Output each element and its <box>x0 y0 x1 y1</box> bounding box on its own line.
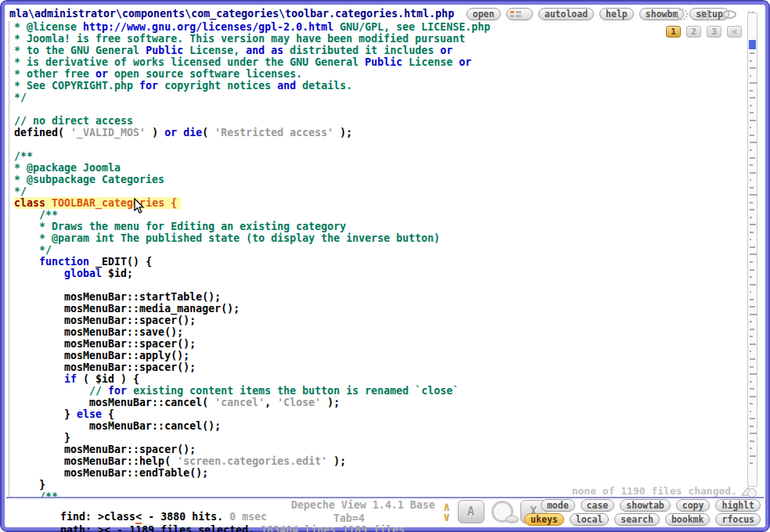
code-line-8[interactable] <box>9 103 747 115</box>
minimap-tick <box>750 112 754 113</box>
code-line-36[interactable]: } <box>9 432 747 444</box>
ukeys-button[interactable]: ukeys <box>524 513 564 526</box>
code-line-17[interactable]: /** <box>9 209 747 221</box>
code-line-34[interactable]: } else { <box>9 408 747 420</box>
code-line-22[interactable]: global $id; <box>9 268 747 279</box>
bookmk-button[interactable]: bookmk <box>665 513 711 526</box>
minimap-tick <box>750 373 757 375</box>
code-line-24[interactable]: mosMenuBar::startTable(); <box>9 291 747 303</box>
code-line-37[interactable]: mosMenuBar::spacer(); <box>9 444 747 455</box>
code-line-30[interactable]: mosMenuBar::spacer(); <box>9 361 747 373</box>
code-line-5[interactable]: * other free or open source software lic… <box>9 68 747 80</box>
path-term[interactable]: >< <box>98 524 110 532</box>
history-icon[interactable]: () <box>699 9 711 20</box>
minimap-tick <box>750 120 756 121</box>
minimap-tick <box>750 224 756 225</box>
code-line-13[interactable]: * @package Joomla <box>9 162 747 174</box>
minimap-tick <box>750 299 754 300</box>
code-line-3[interactable]: * to the GNU General Public License, and… <box>9 45 747 56</box>
code-line-31[interactable]: if ( $id ) { <box>9 373 747 385</box>
help-button[interactable]: help <box>599 8 634 20</box>
code-line-1[interactable]: * @license http://www.gnu.org/licenses/g… <box>9 21 747 33</box>
minimap-tick <box>750 52 754 54</box>
code-line-12[interactable]: /** <box>9 150 747 162</box>
code-line-18[interactable]: * Draws the menu for Editing an existing… <box>9 221 747 232</box>
minimize-icon[interactable] <box>722 10 736 19</box>
minimap-tick <box>750 403 753 404</box>
code-line-2[interactable]: * Joomla! is free software. This version… <box>9 33 747 45</box>
code-line-7[interactable]: */ <box>9 92 747 103</box>
minimap-tick <box>750 433 757 434</box>
minimap-tick <box>750 455 756 457</box>
code-line-14[interactable]: * @subpackage Categories <box>9 174 747 185</box>
minimap-tick <box>750 388 754 390</box>
code-line-32[interactable]: // for existing content items the button… <box>9 385 747 397</box>
minimap-tick <box>750 187 754 189</box>
open-button[interactable]: open <box>466 8 501 20</box>
path-stats: 183404 lines 1189 files <box>261 524 405 532</box>
code-line-29[interactable]: mosMenuBar::apply(); <box>9 350 747 361</box>
code-line-39[interactable]: mosMenuBar::endTable(); <box>9 467 747 479</box>
minimap-tick <box>750 306 755 307</box>
busy-icon[interactable] <box>676 9 688 20</box>
minimap-tick <box>750 253 757 255</box>
code-line-9[interactable]: // no direct access <box>9 115 747 127</box>
minimap-tick <box>750 358 755 360</box>
showtab-button[interactable]: showtab <box>620 499 670 512</box>
copy-button[interactable]: copy <box>676 499 711 512</box>
code-line-11[interactable] <box>9 138 747 150</box>
code-line-6[interactable]: * See COPYRIGHT.php for copyright notice… <box>9 80 747 92</box>
minimap-tick <box>750 396 756 397</box>
mode-button[interactable]: mode <box>541 499 575 512</box>
code-line-33[interactable]: mosMenuBar::cancel( 'cancel', 'Close' ); <box>9 397 747 408</box>
minimap-tick <box>750 157 755 159</box>
minimap-tick <box>750 418 755 419</box>
tab-size-info: Tab=4 <box>333 512 365 524</box>
minimap-tick <box>750 336 753 337</box>
code-line-19[interactable]: * @param int The published state (to dis… <box>9 232 747 244</box>
highlt-button[interactable]: highlt <box>715 499 761 512</box>
window-content: mla\administrator\components\com_categor… <box>6 6 764 526</box>
changed-note: none of 1190 files changed. <box>572 485 753 497</box>
code-line-38[interactable]: mosMenuBar::help( 'screen.categories.edi… <box>9 455 747 467</box>
code-line-35[interactable]: mosMenuBar::cancel(); <box>9 420 747 432</box>
local-button[interactable]: local <box>570 513 610 526</box>
code-line-10[interactable]: defined( '_VALID_MOS' ) or die( 'Restric… <box>9 127 747 138</box>
code-line-15[interactable]: */ <box>9 185 747 197</box>
oval-icon[interactable] <box>506 516 519 523</box>
code-area[interactable]: * @license http://www.gnu.org/licenses/g… <box>9 21 747 497</box>
minimap-tick <box>750 90 753 92</box>
search-hit-highlight[interactable]: class TOOLBAR_categories { <box>14 197 181 209</box>
rfocus-button[interactable]: rfocus <box>715 513 761 526</box>
autoload-button[interactable]: autoload <box>538 8 594 20</box>
minimap-tick <box>750 291 751 293</box>
code-line-16[interactable]: class TOOLBAR_categories { <box>9 197 747 209</box>
minimap-tick <box>750 217 752 218</box>
files-icon[interactable] <box>506 8 533 20</box>
minimap-tick <box>750 440 754 442</box>
jump-chevrons-icon[interactable]: ∧∨ <box>443 501 451 522</box>
minimap-tick <box>750 381 752 383</box>
minimap-tick <box>750 284 756 286</box>
code-line-26[interactable]: mosMenuBar::spacer(); <box>9 315 747 326</box>
case-button[interactable]: case <box>581 499 615 512</box>
minimap-tick <box>750 261 753 263</box>
font-size-button[interactable]: A <box>458 500 484 523</box>
minimap-tick <box>750 164 753 166</box>
minimap-tick <box>750 239 751 240</box>
minimap-tick <box>750 276 752 278</box>
code-line-28[interactable]: mosMenuBar::spacer(); <box>9 338 747 350</box>
code-line-27[interactable]: mosMenuBar::save(); <box>9 326 747 338</box>
minimap-tick <box>750 202 753 203</box>
minimap-tick <box>750 142 757 143</box>
code-line-20[interactable]: */ <box>9 244 747 256</box>
code-line-4[interactable]: * is derivative of works licensed under … <box>9 56 747 68</box>
code-line-21[interactable]: function _EDIT() { <box>9 256 747 268</box>
minimap-scrollbar[interactable] <box>747 13 757 487</box>
code-line-25[interactable]: mosMenuBar::media_manager(); <box>9 303 747 315</box>
code-line-23[interactable] <box>9 279 747 291</box>
minimap-tick <box>750 209 754 210</box>
minimap-tick <box>750 448 752 449</box>
scrollbar-thumb[interactable] <box>749 40 756 49</box>
search-button[interactable]: search <box>614 513 660 526</box>
